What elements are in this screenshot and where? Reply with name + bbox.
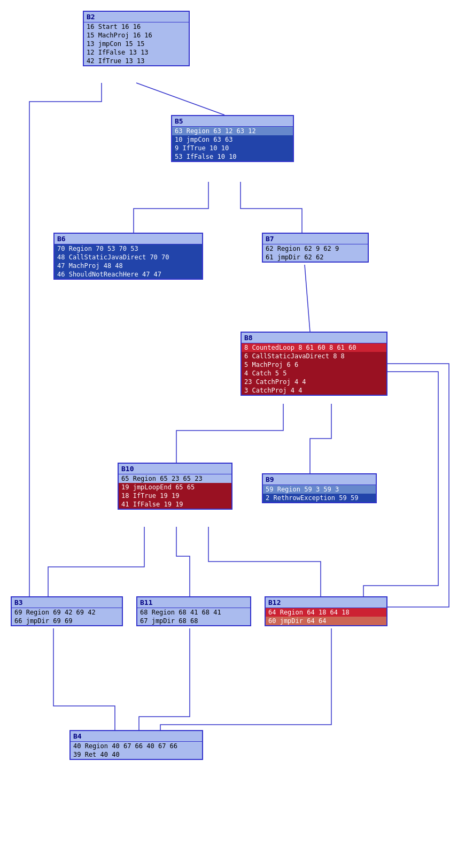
block-B5: B5 63 Region 63 12 63 12 10 jmpCon 63 63… [171,115,294,162]
table-row: 46 ShouldNotReachHere 47 47 [55,270,202,279]
table-row: 8 CountedLoop 8 61 60 8 61 60 [242,343,386,352]
table-row: 65 Region 65 23 65 23 [119,474,231,483]
block-B10-title: B10 [119,464,231,474]
table-row: 9 IfTrue 10 10 [172,144,293,152]
block-B12: B12 64 Region 64 18 64 18 60 jmpDir 64 6… [265,596,387,626]
block-B7: B7 62 Region 62 9 62 9 61 jmpDir 62 62 [262,233,369,263]
table-row: 2 RethrowException 59 59 [263,494,376,502]
block-B9-title: B9 [263,474,376,485]
block-B12-title: B12 [266,597,386,608]
block-B4: B4 40 Region 40 67 66 40 67 66 39 Ret 40… [69,730,203,760]
block-B9: B9 59 Region 59 3 59 3 2 RethrowExceptio… [262,473,377,503]
graph-container: B2 16 Start 16 16 15 MachProj 16 16 13 j… [0,0,473,868]
block-B4-title: B4 [71,731,202,742]
table-row: 40 Region 40 67 66 40 67 66 [71,742,202,750]
block-B5-title: B5 [172,116,293,127]
block-B8: B8 8 CountedLoop 8 61 60 8 61 60 6 CallS… [241,332,387,396]
table-row: 19 jmpLoopEnd 65 65 [119,483,231,491]
table-row: 62 Region 62 9 62 9 [263,244,368,253]
block-B11: B11 68 Region 68 41 68 41 67 jmpDir 68 6… [136,596,251,626]
table-row: 15 MachProj 16 16 [84,31,189,40]
block-B11-title: B11 [137,597,250,608]
table-row: 12 IfFalse 13 13 [84,48,189,57]
block-B7-title: B7 [263,234,368,244]
block-B10: B10 65 Region 65 23 65 23 19 jmpLoopEnd … [118,463,232,510]
block-B3-title: B3 [12,597,122,608]
table-row: 16 Start 16 16 [84,22,189,31]
table-row: 13 jmpCon 15 15 [84,40,189,48]
table-row: 3 CatchProj 4 4 [242,386,386,395]
table-row: 6 CallStaticJavaDirect 8 8 [242,352,386,360]
table-row: 61 jmpDir 62 62 [263,253,368,262]
block-B2: B2 16 Start 16 16 15 MachProj 16 16 13 j… [83,11,190,66]
table-row: 47 MachProj 48 48 [55,262,202,270]
table-row: 68 Region 68 41 68 41 [137,608,250,617]
table-row: 64 Region 64 18 64 18 [266,608,386,617]
table-row: 23 CatchProj 4 4 [242,378,386,386]
table-row: 5 MachProj 6 6 [242,360,386,369]
table-row: 10 jmpCon 63 63 [172,135,293,144]
block-B6: B6 70 Region 70 53 70 53 48 CallStaticJa… [53,233,203,280]
table-row: 70 Region 70 53 70 53 [55,244,202,253]
table-row: 59 Region 59 3 59 3 [263,485,376,494]
table-row: 41 IfFalse 19 19 [119,500,231,509]
table-row: 63 Region 63 12 63 12 [172,127,293,135]
table-row: 67 jmpDir 68 68 [137,617,250,625]
table-row: 53 IfFalse 10 10 [172,152,293,161]
table-row: 60 jmpDir 64 64 [266,617,386,625]
block-B3: B3 69 Region 69 42 69 42 66 jmpDir 69 69 [11,596,123,626]
block-B2-title: B2 [84,12,189,22]
table-row: 48 CallStaticJavaDirect 70 70 [55,253,202,262]
svg-line-0 [136,83,224,115]
block-B6-title: B6 [55,234,202,244]
svg-line-1 [305,265,310,332]
table-row: 4 Catch 5 5 [242,369,386,378]
table-row: 39 Ret 40 40 [71,750,202,759]
table-row: 18 IfTrue 19 19 [119,491,231,500]
table-row: 42 IfTrue 13 13 [84,57,189,65]
table-row: 66 jmpDir 69 69 [12,617,122,625]
block-B8-title: B8 [242,333,386,343]
table-row: 69 Region 69 42 69 42 [12,608,122,617]
